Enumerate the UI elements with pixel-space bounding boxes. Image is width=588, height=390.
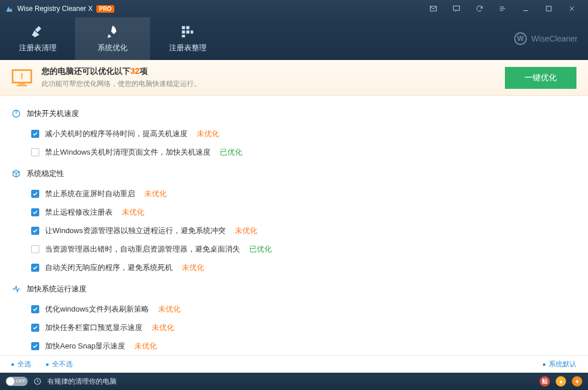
social-share-icon[interactable]: ✦	[572, 376, 582, 387]
clock-icon	[33, 377, 42, 385]
rocket-icon	[105, 24, 120, 39]
section: 加快开关机速度减小关机时的程序等待时间，提高关机速度未优化禁止Windows关机…	[12, 106, 576, 162]
social-weibo-icon[interactable]: ●	[556, 376, 566, 387]
app-title: Wise Registry Cleaner X	[17, 5, 93, 13]
minimize-button[interactable]	[514, 0, 537, 17]
svg-rect-10	[19, 83, 25, 84]
maximize-button[interactable]	[537, 0, 560, 17]
section-title: 加快系统运行速度	[27, 284, 87, 294]
banner-subtitle: 此功能可帮您优化网络，使您的电脑快速稳定运行。	[42, 79, 505, 89]
optimize-banner: ! 您的电脑还可以优化以下32项 此功能可帮您优化网络，使您的电脑快速稳定运行。…	[0, 60, 588, 96]
item-checkbox[interactable]	[31, 190, 39, 198]
refresh-icon[interactable]	[468, 0, 491, 17]
system-default-link[interactable]: 系统默认	[543, 359, 576, 369]
select-none-link[interactable]: 全不选	[46, 359, 73, 369]
item-text: 禁止系统在蓝屏时自动重启	[45, 189, 135, 199]
item-text: 当资源管理器出错时，自动重启资源管理器，避免桌面消失	[45, 244, 240, 254]
item-text: 减小关机时的程序等待时间，提高关机速度	[45, 129, 188, 139]
schedule-toggle[interactable]: OFF	[6, 377, 28, 386]
item-text: 加快任务栏窗口预览显示速度	[45, 322, 143, 333]
item-text: 让Windows资源管理器以独立进程运行，避免系统冲突	[45, 226, 226, 236]
section-header[interactable]: 加快系统运行速度	[12, 282, 576, 297]
svg-text:!: !	[21, 71, 24, 80]
optimize-item: 加快Aero Snap显示速度未优化	[12, 337, 576, 355]
svg-rect-8	[182, 35, 185, 37]
item-status: 未优化	[122, 207, 144, 217]
item-text: 禁止Windows关机时清理页面文件，加快关机速度	[45, 147, 211, 158]
section-title: 加快开关机速度	[27, 108, 79, 119]
section-header[interactable]: 系统稳定性	[12, 166, 576, 181]
svg-rect-6	[186, 31, 189, 33]
item-status: 未优化	[197, 129, 219, 139]
item-text: 加快Aero Snap显示速度	[45, 341, 125, 351]
svg-rect-4	[186, 26, 189, 29]
item-status: 已优化	[220, 147, 242, 158]
optimize-list[interactable]: 加快开关机速度减小关机时的程序等待时间，提高关机速度未优化禁止Windows关机…	[0, 96, 588, 355]
feedback-icon[interactable]	[445, 0, 468, 17]
tab-system-optimize[interactable]: 系统优化	[75, 17, 150, 60]
optimize-item: 自动关闭无响应的程序，避免系统死机未优化	[12, 258, 576, 277]
section: 加快系统运行速度优化windows文件列表刷新策略未优化加快任务栏窗口预览显示速…	[12, 282, 576, 355]
optimize-item: 减小关机时的程序等待时间，提高关机速度未优化	[12, 125, 576, 143]
section: 系统稳定性禁止系统在蓝屏时自动重启未优化禁止远程修改注册表未优化让Windows…	[12, 166, 576, 277]
svg-rect-3	[182, 26, 185, 29]
tabbar: 注册表清理 系统优化 注册表整理 W WiseCleaner	[0, 17, 588, 60]
item-text: 禁止远程修改注册表	[45, 207, 113, 217]
selection-footer: 全选 全不选 系统默认	[0, 355, 588, 373]
tab-label: 系统优化	[98, 43, 128, 53]
social-tieba-icon[interactable]: 贴	[540, 376, 550, 387]
item-checkbox[interactable]	[31, 130, 39, 138]
item-checkbox[interactable]	[31, 148, 39, 156]
optimize-item: 禁止远程修改注册表未优化	[12, 203, 576, 222]
svg-rect-5	[182, 31, 185, 33]
brand-text: WiseCleaner	[531, 34, 578, 43]
broom-icon	[30, 24, 45, 39]
grid-icon	[180, 24, 195, 39]
app-icon	[5, 4, 14, 13]
warning-monitor-icon: !	[12, 69, 32, 87]
item-checkbox[interactable]	[31, 245, 39, 253]
mail-icon[interactable]	[422, 0, 445, 17]
titlebar: Wise Registry Cleaner X PRO	[0, 0, 588, 17]
section-title: 系统稳定性	[27, 168, 64, 179]
select-all-link[interactable]: 全选	[12, 359, 31, 369]
item-status: 已优化	[249, 244, 272, 254]
item-status: 未优化	[134, 341, 157, 351]
optimize-item: 加快任务栏窗口预览显示速度未优化	[12, 318, 576, 337]
svg-rect-2	[546, 6, 551, 11]
item-status: 未优化	[235, 226, 257, 236]
svg-rect-1	[454, 6, 460, 10]
tab-registry-defrag[interactable]: 注册表整理	[150, 17, 225, 60]
wisecleaner-logo[interactable]: W WiseCleaner	[514, 32, 578, 45]
svg-rect-11	[17, 85, 27, 86]
item-text: 优化windows文件列表刷新策略	[45, 304, 149, 314]
schedule-text: 有规律的清理你的电脑	[47, 377, 117, 387]
item-checkbox[interactable]	[31, 208, 39, 216]
svg-rect-7	[190, 31, 193, 33]
item-status: 未优化	[182, 262, 204, 273]
optimize-item: 让Windows资源管理器以独立进程运行，避免系统冲突未优化	[12, 222, 576, 240]
status-bar: OFF 有规律的清理你的电脑 贴 ● ✦	[0, 373, 588, 390]
close-button[interactable]	[560, 0, 583, 17]
logo-circle-icon: W	[514, 32, 527, 45]
section-header[interactable]: 加快开关机速度	[12, 106, 576, 121]
item-text: 自动关闭无响应的程序，避免系统死机	[45, 262, 173, 273]
item-checkbox[interactable]	[31, 324, 39, 332]
item-checkbox[interactable]	[31, 264, 39, 272]
optimize-item: 禁止Windows关机时清理页面文件，加快关机速度已优化	[12, 143, 576, 162]
item-checkbox[interactable]	[31, 227, 39, 235]
optimize-all-button[interactable]: 一键优化	[505, 67, 576, 89]
optimize-item: 当资源管理器出错时，自动重启资源管理器，避免桌面消失已优化	[12, 240, 576, 258]
item-checkbox[interactable]	[31, 342, 39, 350]
item-status: 未优化	[152, 322, 174, 333]
item-checkbox[interactable]	[31, 305, 39, 313]
tab-registry-clean[interactable]: 注册表清理	[0, 17, 75, 60]
optimize-item: 禁止系统在蓝屏时自动重启未优化	[12, 185, 576, 203]
banner-title: 您的电脑还可以优化以下32项	[42, 66, 505, 77]
optimize-item: 优化windows文件列表刷新策略未优化	[12, 300, 576, 318]
item-status: 未优化	[144, 189, 167, 199]
item-status: 未优化	[158, 304, 181, 314]
menu-icon[interactable]	[491, 0, 514, 17]
pro-badge: PRO	[96, 5, 115, 13]
tab-label: 注册表清理	[19, 43, 57, 53]
